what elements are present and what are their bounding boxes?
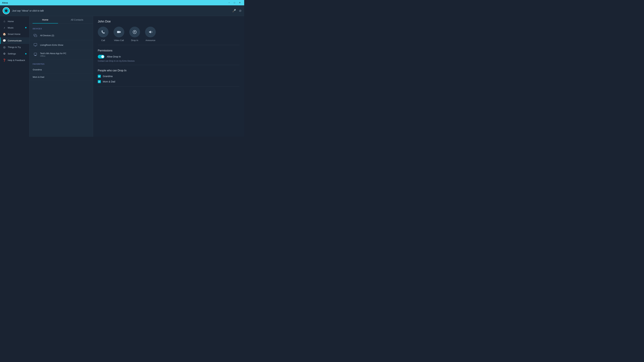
sidebar-item-settings[interactable]: ⚙ Settings bbox=[0, 50, 29, 57]
toggle-knob bbox=[101, 55, 104, 58]
right-panel: John Doe Call Video Call Drop In Announc… bbox=[93, 16, 244, 137]
minimize-button[interactable]: − bbox=[227, 1, 232, 4]
svg-rect-7 bbox=[117, 31, 120, 33]
titlebar-controls: − □ ✕ bbox=[227, 1, 242, 4]
sidebar-item-smart-home[interactable]: 🏠 Smart Home bbox=[0, 31, 29, 37]
home-icon: ⌂ bbox=[3, 20, 6, 23]
devices-section-label: DEVICES bbox=[29, 26, 93, 31]
device-icon-livingroom bbox=[33, 42, 38, 48]
sidebar-item-things-to-try[interactable]: ◎ Things to Try bbox=[0, 44, 29, 50]
video-call-circle bbox=[114, 27, 124, 37]
call-circle bbox=[98, 27, 108, 37]
device-item-livingroom[interactable]: LivingRoom Echo Show bbox=[29, 40, 93, 50]
svg-rect-3 bbox=[35, 46, 36, 46]
favorites-list: GrandmaMom & Dad bbox=[29, 66, 93, 81]
action-call[interactable]: Call bbox=[98, 27, 108, 41]
contact-name: John Doe bbox=[98, 20, 240, 23]
checkbox-grandma[interactable] bbox=[98, 75, 101, 78]
allow-drop-in-row: Allow Drop In bbox=[98, 55, 240, 58]
tabs: HomeAll Contacts bbox=[29, 16, 93, 24]
sidebar-item-communicate[interactable]: 💬 Communicate bbox=[0, 37, 29, 44]
header: Just say "Alexa" or click to talk 🎤 ⊘ bbox=[0, 5, 244, 16]
action-buttons: Call Video Call Drop In Announce bbox=[98, 27, 240, 45]
call-label: Call bbox=[101, 39, 105, 41]
device-name-livingroom: LivingRoom Echo Show bbox=[40, 44, 63, 46]
sidebar-item-home[interactable]: ⌂ Home bbox=[0, 18, 29, 24]
do-not-disturb-icon[interactable]: ⊘ bbox=[239, 9, 242, 12]
devices-list: All Devices (2) LivingRoom Echo Show Tes… bbox=[29, 31, 93, 59]
drop-in-label: Drop In bbox=[131, 39, 138, 41]
close-button[interactable]: ✕ bbox=[238, 1, 242, 4]
communicate-icon: 💬 bbox=[3, 39, 6, 42]
dropin-person-grandma[interactable]: Grandma bbox=[98, 75, 240, 78]
help-icon: ❓ bbox=[3, 59, 6, 62]
sidebar-item-label: Music bbox=[8, 26, 14, 29]
permissions-section: Permissions Allow Drop In Contact can Dr… bbox=[98, 49, 240, 65]
allow-drop-in-toggle[interactable] bbox=[98, 55, 104, 58]
action-announce[interactable]: Announce bbox=[145, 27, 156, 41]
device-item-all-devices[interactable]: All Devices (2) bbox=[29, 31, 93, 40]
content-area: HomeAll Contacts DEVICES All Devices (2)… bbox=[29, 16, 244, 137]
header-tagline: Just say "Alexa" or click to talk bbox=[12, 9, 44, 12]
sidebar-item-help[interactable]: ❓ Help & Feedback bbox=[0, 57, 29, 63]
sidebar-item-label: Things to Try bbox=[8, 46, 21, 48]
permissions-title: Permissions bbox=[98, 49, 240, 52]
device-info-livingroom: LivingRoom Echo Show bbox=[40, 44, 63, 46]
device-name-test-app: Test's 6th Alexa App for PC bbox=[40, 52, 66, 55]
video-call-label: Video Call bbox=[114, 39, 124, 41]
svg-rect-1 bbox=[34, 35, 37, 37]
sidebar-item-label: Communicate bbox=[8, 39, 22, 42]
things-to-try-icon: ◎ bbox=[3, 45, 6, 49]
header-icons: 🎤 ⊘ bbox=[232, 9, 242, 12]
checkbox-mom-dad[interactable] bbox=[98, 80, 101, 83]
sidebar-item-label: Smart Home bbox=[8, 33, 20, 35]
svg-rect-5 bbox=[35, 55, 36, 55]
main-area: ⌂ Home ♪ Music 🏠 Smart Home 💬 Communicat… bbox=[0, 16, 244, 137]
drop-in-people: Grandma Mom & Dad bbox=[98, 75, 240, 83]
titlebar-left: Alexa bbox=[2, 1, 8, 4]
drop-in-circle bbox=[129, 27, 140, 37]
dropin-person-mom-dad[interactable]: Mom & Dad bbox=[98, 80, 240, 83]
favorites-section-label: FAVORITES bbox=[29, 62, 93, 66]
svg-rect-2 bbox=[34, 43, 37, 46]
panel-content: DEVICES All Devices (2) LivingRoom Echo … bbox=[29, 24, 93, 137]
settings-dot bbox=[25, 53, 26, 54]
app-title: Alexa bbox=[2, 1, 8, 4]
allow-drop-in-desc: Contact can Drop In on my Echo Devices bbox=[98, 60, 240, 62]
microphone-icon[interactable]: 🎤 bbox=[232, 9, 236, 12]
alexa-logo[interactable] bbox=[3, 7, 10, 14]
title-bar: Alexa − □ ✕ bbox=[0, 0, 244, 5]
device-icon-test-app bbox=[33, 52, 38, 57]
alexa-logo-inner bbox=[5, 9, 8, 12]
device-info-all-devices: All Devices (2) bbox=[40, 34, 54, 37]
action-drop-in[interactable]: Drop In bbox=[129, 27, 140, 41]
sidebar-item-music[interactable]: ♪ Music bbox=[0, 24, 29, 31]
checkbox-label-grandma: Grandma bbox=[103, 75, 112, 78]
favorite-item-mom-dad[interactable]: Mom & Dad bbox=[29, 73, 93, 81]
announce-label: Announce bbox=[146, 39, 156, 41]
bottom-divider bbox=[98, 86, 240, 87]
music-icon: ♪ bbox=[3, 26, 6, 29]
music-dot bbox=[25, 27, 26, 28]
device-name-all-devices: All Devices (2) bbox=[40, 34, 54, 37]
checkbox-label-mom-dad: Mom & Dad bbox=[103, 80, 115, 83]
smart-home-icon: 🏠 bbox=[3, 32, 6, 36]
left-panel: HomeAll Contacts DEVICES All Devices (2)… bbox=[29, 16, 93, 137]
svg-rect-6 bbox=[34, 55, 36, 56]
sidebar-item-label: Help & Feedback bbox=[8, 59, 25, 61]
tab-all-contacts[interactable]: All Contacts bbox=[61, 16, 93, 23]
maximize-button[interactable]: □ bbox=[232, 1, 237, 4]
sidebar-item-label: Settings bbox=[8, 52, 16, 55]
tab-home[interactable]: Home bbox=[29, 16, 61, 23]
action-video-call[interactable]: Video Call bbox=[114, 27, 124, 41]
device-item-test-app[interactable]: Test's 6th Alexa App for PC Offline bbox=[29, 50, 93, 59]
drop-in-title: People who can Drop In bbox=[98, 69, 240, 72]
sidebar-item-label: Home bbox=[8, 20, 14, 23]
device-icon-all-devices bbox=[33, 33, 38, 38]
drop-in-section: People who can Drop In Grandma Mom & Dad bbox=[98, 69, 240, 87]
device-status-test-app: Offline bbox=[40, 55, 66, 57]
announce-circle bbox=[145, 27, 156, 37]
sidebar: ⌂ Home ♪ Music 🏠 Smart Home 💬 Communicat… bbox=[0, 16, 29, 137]
favorite-item-grandma[interactable]: Grandma bbox=[29, 66, 93, 73]
settings-icon: ⚙ bbox=[3, 52, 6, 55]
